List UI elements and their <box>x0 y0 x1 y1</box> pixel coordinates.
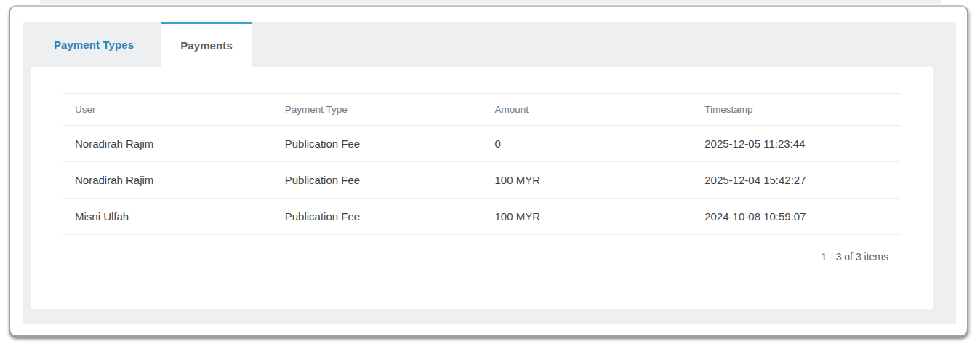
cell-amount: 100 MYR <box>482 174 692 186</box>
pager-info: 1 - 3 of 3 items <box>821 251 888 263</box>
cell-timestamp: 2025-12-05 11:23:44 <box>691 137 901 150</box>
table-row: Misni Ulfah Publication Fee 100 MYR 2024… <box>62 199 901 235</box>
payments-grid: User Payment Type Amount Timestamp Norad… <box>62 93 901 279</box>
column-header-user: User <box>62 104 272 115</box>
cell-payment-type: Publication Fee <box>272 137 482 150</box>
tab-payments[interactable]: Payments <box>161 22 252 67</box>
cell-payment-type: Publication Fee <box>272 210 482 223</box>
tabs-row: Payment Types Payments <box>23 22 956 67</box>
cell-payment-type: Publication Fee <box>272 174 482 186</box>
grid-header-row: User Payment Type Amount Timestamp <box>62 93 901 126</box>
table-row: Noradirah Rajim Publication Fee 0 2025-1… <box>62 126 901 162</box>
tabstrip: Payment Types Payments User Payment Type… <box>23 22 956 324</box>
grid-pager: 1 - 3 of 3 items <box>62 235 901 279</box>
column-header-timestamp: Timestamp <box>691 104 901 115</box>
tab-payments-label: Payments <box>180 39 233 52</box>
tab-payment-types-label: Payment Types <box>54 39 134 51</box>
cell-timestamp: 2025-12-04 15:42:27 <box>691 174 901 186</box>
tab-content: User Payment Type Amount Timestamp Norad… <box>31 67 933 309</box>
cell-user: Noradirah Rajim <box>62 137 272 150</box>
cell-user: Noradirah Rajim <box>62 174 272 186</box>
cell-amount: 0 <box>482 137 692 150</box>
cell-timestamp: 2024-10-08 10:59:07 <box>691 210 901 223</box>
column-header-payment-type: Payment Type <box>272 104 482 115</box>
cell-amount: 100 MYR <box>482 210 692 223</box>
cell-user: Misni Ulfah <box>62 210 272 223</box>
screenshot-frame: Payment Types Payments User Payment Type… <box>9 5 968 337</box>
table-row: Noradirah Rajim Publication Fee 100 MYR … <box>62 162 901 199</box>
tab-payment-types[interactable]: Payment Types <box>26 22 161 67</box>
column-header-amount: Amount <box>482 104 692 115</box>
page-edge-strip <box>40 0 941 4</box>
